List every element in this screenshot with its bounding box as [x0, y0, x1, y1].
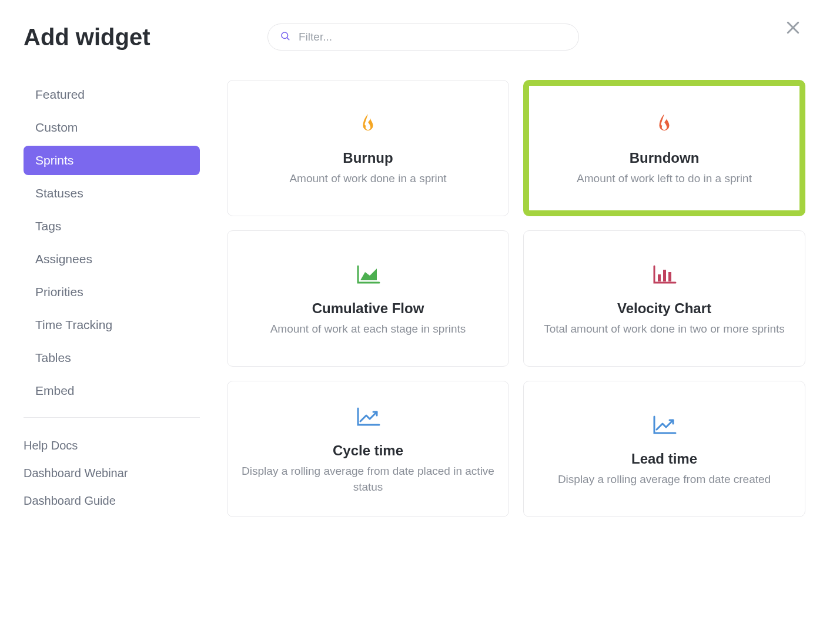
- area-chart-icon: [356, 261, 380, 287]
- widget-card-description: Amount of work left to do in a sprint: [577, 171, 752, 187]
- svg-rect-4: [658, 274, 661, 281]
- widget-card-description: Total amount of work done in two or more…: [544, 321, 785, 337]
- widget-card-lead-time[interactable]: Lead timeDisplay a rolling average from …: [523, 381, 805, 517]
- sidebar-item-sprints[interactable]: Sprints: [24, 146, 200, 175]
- sidebar-item-custom[interactable]: Custom: [24, 113, 200, 142]
- search-field[interactable]: [267, 24, 579, 51]
- sidebar-item-embed[interactable]: Embed: [24, 376, 200, 405]
- page-title: Add widget: [24, 24, 262, 51]
- widget-card-title: Velocity Chart: [617, 300, 711, 317]
- widget-card-burnup[interactable]: BurnupAmount of work done in a sprint: [227, 80, 509, 216]
- widget-card-cumulative-flow[interactable]: Cumulative FlowAmount of work at each st…: [227, 230, 509, 367]
- svg-line-1: [287, 38, 289, 40]
- trend-chart-icon: [652, 412, 677, 438]
- help-link-dashboard-guide[interactable]: Dashboard Guide: [24, 487, 200, 515]
- search-input[interactable]: [299, 31, 567, 43]
- trend-chart-icon: [356, 404, 380, 430]
- svg-rect-5: [663, 270, 666, 281]
- widget-card-title: Cumulative Flow: [312, 300, 424, 317]
- widget-card-description: Amount of work at each stage in sprints: [270, 321, 466, 337]
- widget-card-title: Cycle time: [333, 442, 403, 459]
- sidebar-item-priorities[interactable]: Priorities: [24, 277, 200, 307]
- sidebar-item-statuses[interactable]: Statuses: [24, 179, 200, 208]
- widget-grid-container: BurnupAmount of work done in a sprintBur…: [200, 80, 805, 517]
- widget-card-velocity-chart[interactable]: Velocity ChartTotal amount of work done …: [523, 230, 805, 367]
- sidebar-item-assignees[interactable]: Assignees: [24, 244, 200, 274]
- sidebar-divider: [24, 417, 200, 418]
- widget-card-title: Burndown: [630, 150, 700, 166]
- close-icon: [784, 28, 802, 38]
- sidebar-item-time-tracking[interactable]: Time Tracking: [24, 310, 200, 340]
- search-icon: [280, 31, 290, 43]
- help-link-dashboard-webinar[interactable]: Dashboard Webinar: [24, 459, 200, 487]
- svg-rect-6: [668, 272, 671, 281]
- widget-card-burndown[interactable]: BurndownAmount of work left to do in a s…: [523, 80, 805, 216]
- widget-card-cycle-time[interactable]: Cycle timeDisplay a rolling average from…: [227, 381, 509, 517]
- sidebar-item-featured[interactable]: Featured: [24, 80, 200, 109]
- flame-orange: [654, 111, 674, 137]
- sidebar-item-tags[interactable]: Tags: [24, 212, 200, 241]
- widget-card-title: Lead time: [631, 451, 697, 467]
- help-link-help-docs[interactable]: Help Docs: [24, 432, 200, 459]
- sidebar: FeaturedCustomSprintsStatusesTagsAssigne…: [24, 80, 200, 517]
- widget-card-description: Amount of work done in a sprint: [289, 171, 446, 187]
- widget-card-title: Burnup: [343, 150, 393, 166]
- bar-chart-icon: [652, 261, 677, 287]
- sidebar-item-tables[interactable]: Tables: [24, 343, 200, 373]
- widget-card-description: Display a rolling average from date plac…: [242, 464, 494, 495]
- flame-yellow: [358, 111, 378, 137]
- widget-card-description: Display a rolling average from date crea…: [558, 472, 771, 488]
- close-button[interactable]: [784, 19, 802, 39]
